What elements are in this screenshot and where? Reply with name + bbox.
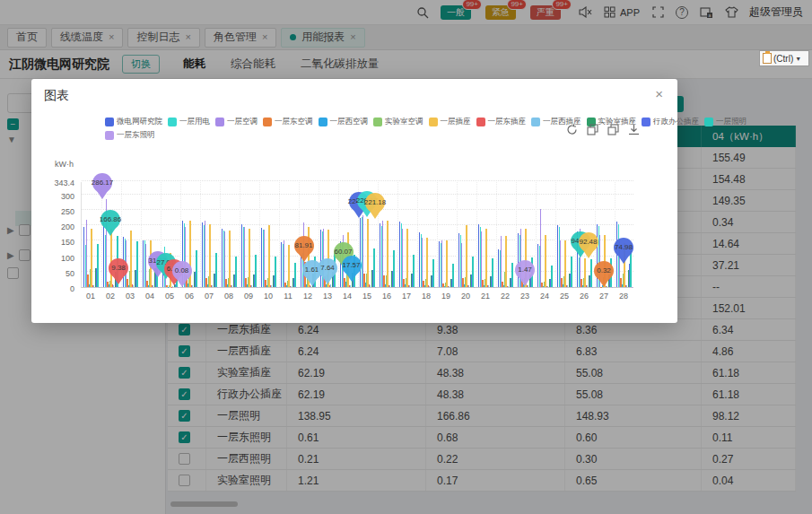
legend-item-一层西空调[interactable]: 一层西空调 (319, 115, 369, 128)
chart-bar (572, 287, 573, 288)
x-axis-tick-label: 11 (278, 292, 298, 301)
y-axis-tick-label: 343.4 (42, 179, 74, 187)
bar-chart[interactable]: kW·h 050100150200250300343.4010203040506… (31, 160, 677, 323)
chart-bar (393, 250, 394, 287)
chart-bar (492, 258, 493, 287)
markpoint-value: 1.61 (305, 266, 319, 274)
chart-bar (268, 225, 269, 287)
legend-label: 行政办公插座 (653, 115, 699, 128)
chart-bar (501, 236, 502, 287)
markpoint-value: 0.08 (175, 266, 189, 274)
gridline (200, 182, 201, 287)
legend-swatch (476, 118, 485, 126)
chart-bar (395, 287, 396, 288)
legend-swatch (531, 118, 540, 126)
chart-bar (375, 287, 376, 288)
x-axis-tick-label: 28 (614, 292, 633, 301)
legend-item-实验室空调[interactable]: 实验室空调 (373, 115, 423, 128)
chart-bar (630, 250, 631, 287)
gridline (417, 182, 418, 287)
chart-bar (209, 224, 210, 287)
chart-bar (551, 266, 552, 287)
markpoint-value: 166.86 (100, 215, 121, 223)
legend-item-一层东照明[interactable]: 一层东照明 (105, 128, 155, 142)
screen: 一般99+紧急99+严重99+ APP ? a 超级管理员 首页线缆温度×控制日… (0, 0, 812, 514)
y-axis-tick-label: 300 (42, 192, 74, 201)
legend-label: 微电网研究院 (117, 115, 162, 128)
paste-options-popup[interactable]: (Ctrl) ▼ (759, 50, 809, 66)
legend-item-微电网研究院[interactable]: 微电网研究院 (105, 115, 162, 128)
x-axis-tick-label: 01 (81, 292, 100, 301)
chart-markpoint: 286.17 (92, 173, 112, 193)
save-image-icon[interactable] (607, 124, 619, 135)
x-axis-tick-label: 15 (357, 292, 377, 301)
x-axis-tick-label: 17 (397, 292, 416, 301)
chart-bar (402, 229, 403, 287)
markpoint-value: 74.98 (615, 243, 633, 251)
legend-swatch (168, 118, 177, 126)
legend-item-一层照明[interactable]: 一层照明 (704, 115, 747, 128)
chart-bar (138, 287, 139, 288)
legend-swatch (373, 118, 382, 126)
legend-swatch (704, 118, 713, 126)
gridline (496, 182, 497, 287)
close-icon[interactable]: × (655, 86, 663, 101)
legend-label: 一层东空调 (275, 115, 313, 128)
x-axis-tick-label: 06 (179, 292, 199, 301)
legend-item-一层东插座[interactable]: 一层东插座 (476, 115, 527, 128)
chart-bar (474, 287, 475, 288)
y-axis-tick-label: 250 (42, 207, 74, 216)
chart-markpoint: 166.86 (100, 210, 120, 230)
gridline (141, 182, 142, 287)
legend-item-一层用电[interactable]: 一层用电 (168, 115, 210, 128)
chart-bar (584, 258, 585, 287)
chart-bar (511, 263, 512, 287)
chart-bar (294, 263, 295, 287)
legend-swatch (215, 118, 224, 126)
data-view-icon[interactable] (587, 124, 598, 135)
chart-bar (118, 287, 119, 288)
x-axis-tick-label: 04 (140, 292, 160, 301)
legend-item-一层插座[interactable]: 一层插座 (429, 115, 471, 128)
legend-item-行政办公插座[interactable]: 行政办公插座 (642, 115, 699, 128)
chart-bar (472, 257, 473, 287)
chart-bar (493, 287, 494, 288)
refresh-icon[interactable] (566, 124, 578, 135)
x-axis-tick-label: 23 (515, 292, 535, 301)
chart-legend: 微电网研究院一层用电一层空调一层东空调一层西空调实验室空调一层插座一层东插座一层… (105, 115, 636, 142)
chart-bar (296, 287, 297, 288)
x-axis-tick-label: 07 (199, 292, 219, 301)
chart-bar (422, 238, 423, 287)
x-axis-tick-label: 09 (239, 292, 258, 301)
chart-bar (91, 229, 92, 287)
markpoint-value: 92.48 (579, 238, 597, 246)
x-axis-tick-label: 08 (219, 292, 239, 301)
gridline (299, 182, 300, 287)
chart-bar (571, 257, 572, 287)
markpoint-value: 0.32 (597, 266, 611, 274)
chart-bar (466, 225, 467, 287)
chart-bar (97, 244, 98, 287)
chart-bar (237, 287, 238, 288)
chart-bar (406, 229, 407, 287)
chart-markpoint: 92.48 (579, 232, 598, 252)
chart-bar (553, 287, 554, 288)
x-axis-tick-label: 03 (120, 292, 140, 301)
chart-bar (235, 257, 236, 287)
chart-bar (197, 287, 198, 288)
download-icon[interactable] (628, 124, 640, 135)
chart-bar (316, 287, 317, 288)
chart-bar (215, 253, 216, 287)
x-axis-tick-label: 22 (495, 292, 515, 301)
chart-bar (505, 236, 506, 287)
chart-bar (545, 235, 546, 287)
chart-bar (217, 287, 218, 288)
chart-bar (249, 229, 249, 287)
legend-item-一层空调[interactable]: 一层空调 (215, 115, 258, 128)
legend-item-一层东空调[interactable]: 一层东空调 (263, 115, 313, 128)
caret-down-icon: ▼ (795, 56, 801, 62)
chart-modal: 图表 × 微电网研究院一层用电一层空调一层东空调一层西空调实验室空调一层插座一层… (31, 79, 677, 323)
chart-bar (255, 255, 256, 287)
chart-bar (415, 287, 415, 288)
chart-bar (99, 287, 100, 288)
